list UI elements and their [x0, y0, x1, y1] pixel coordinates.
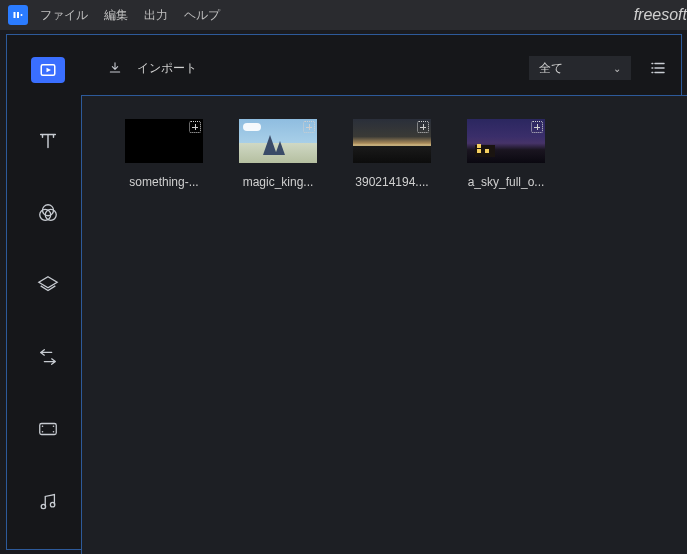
tab-filters[interactable]	[34, 199, 62, 227]
filter-dropdown[interactable]: 全て ⌄	[529, 56, 631, 80]
import-icon[interactable]	[107, 60, 123, 76]
app-icon[interactable]	[8, 5, 28, 25]
menu-output[interactable]: 出力	[144, 7, 168, 24]
media-item[interactable]: magic_king...	[239, 119, 317, 189]
tab-media[interactable]	[31, 57, 65, 83]
music-icon	[37, 490, 59, 512]
menu-file[interactable]: ファイル	[40, 7, 88, 24]
media-thumbnail	[467, 119, 545, 163]
library-toolbar: インポート 全て ⌄	[107, 53, 671, 83]
svg-rect-0	[14, 12, 16, 18]
media-item[interactable]: something-...	[125, 119, 203, 189]
tab-overlays[interactable]	[34, 271, 62, 299]
add-to-timeline-icon[interactable]	[531, 121, 543, 133]
transition-icon	[37, 346, 59, 368]
svg-rect-1	[17, 12, 19, 18]
menu-bar: ファイル 編集 出力 ヘルプ freesoft	[0, 0, 687, 30]
app-logo-icon	[12, 9, 24, 21]
svg-point-11	[53, 431, 55, 433]
play-icon	[39, 61, 57, 79]
media-label: 390214194....	[355, 175, 428, 189]
svg-rect-7	[40, 424, 57, 435]
menu-help[interactable]: ヘルプ	[184, 7, 220, 24]
main-panel: インポート 全て ⌄ something-... magic_king...	[6, 34, 682, 550]
media-thumbnail	[125, 119, 203, 163]
svg-point-9	[42, 431, 44, 433]
media-thumbnail	[239, 119, 317, 163]
media-label: a_sky_full_o...	[468, 175, 545, 189]
watermark-text: freesoft	[634, 0, 687, 30]
filter-selected-label: 全て	[539, 60, 563, 77]
add-to-timeline-icon[interactable]	[303, 121, 315, 133]
add-to-timeline-icon[interactable]	[189, 121, 201, 133]
media-label: magic_king...	[243, 175, 314, 189]
view-list-button[interactable]	[645, 56, 671, 80]
tab-audio[interactable]	[34, 487, 62, 515]
tab-elements[interactable]	[34, 415, 62, 443]
chevron-down-icon: ⌄	[613, 63, 621, 74]
layers-icon	[37, 274, 59, 296]
import-button[interactable]: インポート	[137, 60, 197, 77]
svg-point-2	[21, 14, 23, 16]
tool-sidebar	[7, 35, 89, 549]
svg-point-10	[53, 425, 55, 427]
film-icon	[37, 418, 59, 440]
svg-point-8	[42, 425, 44, 427]
media-label: something-...	[129, 175, 198, 189]
media-thumbnail	[353, 119, 431, 163]
menu-edit[interactable]: 編集	[104, 7, 128, 24]
media-grid: something-... magic_king... 390214194...…	[125, 119, 545, 189]
add-to-timeline-icon[interactable]	[417, 121, 429, 133]
media-item[interactable]: 390214194....	[353, 119, 431, 189]
tab-transitions[interactable]	[34, 343, 62, 371]
svg-point-13	[50, 502, 54, 506]
list-icon	[649, 59, 667, 77]
venn-icon	[37, 202, 59, 224]
text-icon	[37, 130, 59, 152]
tab-text[interactable]	[34, 127, 62, 155]
media-item[interactable]: a_sky_full_o...	[467, 119, 545, 189]
